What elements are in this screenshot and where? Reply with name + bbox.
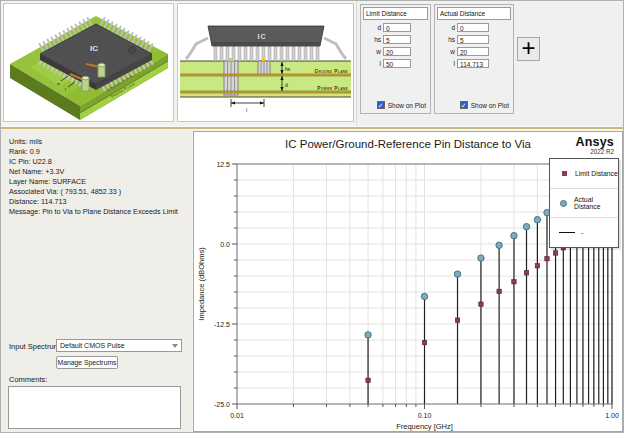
comments-label: Comments: [9,375,47,384]
actual-w-input[interactable]: 20 [457,47,489,56]
manage-spectrums-button[interactable]: Manage Spectrums [56,356,118,369]
legend-actual-distance: Actual Distance [550,189,618,219]
limit-l-label: l [361,60,383,67]
info-rank: Rank: 0.9 [9,147,178,157]
cross-section-image: ICGround PlanePower Planehsdl [178,4,353,121]
legend-actual-label: Actual Distance [574,196,618,210]
actual-hs-label: hs [435,36,457,43]
actual-circle-marker-icon [560,200,567,207]
input-spectrum-value: Default CMOS Pulse [60,340,172,351]
svg-text:l: l [65,87,66,92]
svg-text:IC: IC [258,33,267,40]
comments-textarea[interactable] [8,386,181,429]
result-info-panel: Units: mils Rank: 0.9 IC Pin: U22.8 Net … [1,129,192,433]
iso-view-thumbnail[interactable]: Ground PlanePower PlaneICwl [3,3,174,122]
legend-limit-label: Limit Distance [575,170,618,177]
input-spectrum-dropdown[interactable]: Default CMOS Pulse [56,339,182,352]
svg-text:0.0: 0.0 [220,241,230,248]
plot-legend: Limit Distance Actual Distance - [549,158,619,248]
actual-d-label: d [435,24,457,31]
info-net-name: Net Name: +3.3V [9,167,178,177]
svg-text:w: w [57,81,60,86]
info-ic-pin: IC Pin: U22.8 [9,157,178,167]
svg-text:Power Plane: Power Plane [317,86,348,91]
limit-distance-group: Limit Distance d0 hs5 w20 l50 ✓ Show on … [360,4,431,114]
svg-text:d: d [285,82,288,88]
svg-text:0.01: 0.01 [230,412,244,419]
result-info-text: Units: mils Rank: 0.9 IC Pin: U22.8 Net … [9,137,178,217]
legend-limit-distance: Limit Distance [550,159,618,189]
info-layer-name: Layer Name: SURFACE [9,177,178,187]
limit-square-marker-icon [562,171,567,176]
svg-text:1.00: 1.00 [605,412,619,419]
actual-distance-group: Actual Distance d0 hs5 w20 l114.713 ✓ Sh… [434,4,514,114]
distance-controls-panel: Limit Distance d0 hs5 w20 l50 ✓ Show on … [356,1,624,126]
legend-stem-line: - [550,218,618,247]
legend-line-label: - [581,229,583,236]
svg-text:Ground Plane: Ground Plane [315,69,348,74]
actual-d-input[interactable]: 0 [457,23,489,32]
svg-text:hs: hs [285,66,291,72]
info-message: Message: Pin to Via to Plane Distance Ex… [9,207,178,217]
limit-w-input[interactable]: 20 [383,47,411,56]
actual-show-on-plot-checkbox[interactable]: ✓ [460,101,468,109]
svg-text:Frequency [GHz]: Frequency [GHz] [396,422,453,431]
iso-ic-board-image: Ground PlanePower PlaneICwl [4,4,173,121]
app-window: Ground PlanePower PlaneICwl ICGround Pla… [0,0,624,433]
svg-text:12.5: 12.5 [216,161,230,168]
actual-show-on-plot-label: Show on Plot [471,102,509,109]
limit-distance-title-field[interactable]: Limit Distance [363,7,428,20]
input-spectrum-label: Input Spectrum: [9,342,62,351]
add-distance-button[interactable]: + [517,37,540,61]
svg-text:0.10: 0.10 [418,412,432,419]
actual-distance-title-field[interactable]: Actual Distance [437,7,511,20]
limit-hs-label: hs [361,36,383,43]
limit-d-input[interactable]: 0 [383,23,411,32]
limit-hs-input[interactable]: 5 [383,35,411,44]
svg-text:l: l [246,107,247,113]
info-distance: Distance: 114.713 [9,197,178,207]
info-units: Units: mils [9,137,178,147]
actual-l-input[interactable]: 114.713 [457,59,489,68]
limit-show-on-plot-label: Show on Plot [388,102,426,109]
info-associated-via: Associated Via: ( 793.51, 4852.33 ) [9,187,178,197]
actual-l-label: l [435,60,457,67]
limit-w-label: w [361,48,383,55]
limit-d-label: d [361,24,383,31]
svg-text:IC: IC [90,44,98,53]
svg-text:-12.5: -12.5 [214,321,230,328]
actual-hs-input[interactable]: 5 [457,35,489,44]
limit-l-input[interactable]: 50 [383,59,411,68]
actual-w-label: w [435,48,457,55]
svg-text:-25.0: -25.0 [214,401,230,408]
svg-text:Impedance (dBOhms): Impedance (dBOhms) [197,247,206,321]
stem-line-icon [559,232,575,233]
cross-section-thumbnail[interactable]: ICGround PlanePower Planehsdl [177,3,354,122]
chart-panel: IC Power/Ground-Reference Pin Distance t… [193,131,623,432]
limit-show-on-plot-checkbox[interactable]: ✓ [377,101,385,109]
chevron-down-icon [172,344,178,348]
